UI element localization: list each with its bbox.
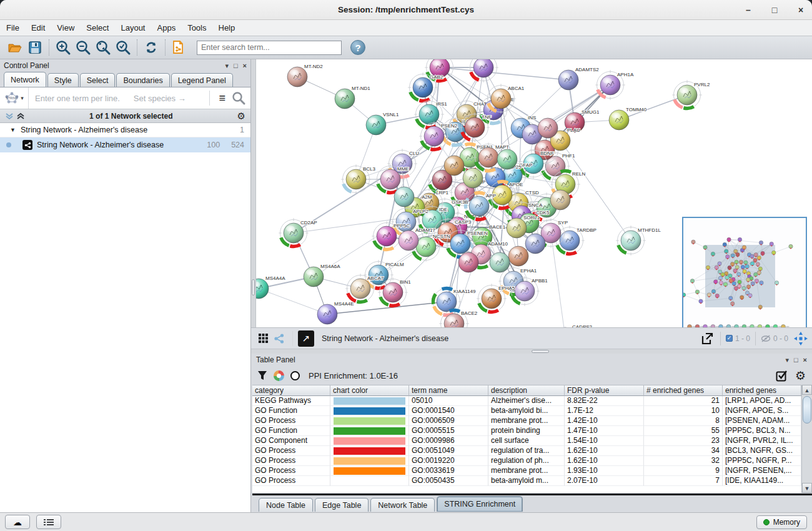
network-node[interactable]: VSNL1 [366,112,399,135]
birds-eye-view[interactable] [682,217,807,327]
save-session-button[interactable] [25,38,45,57]
table-row[interactable]: GO ProcessGO:0019220regulation of ph...1… [252,456,801,466]
close-button[interactable]: × [796,5,806,15]
panel-float-icon[interactable]: □ [794,356,798,364]
ring-chart-icon[interactable] [290,371,300,380]
horizontal-splitter[interactable] [251,349,812,354]
gear-icon[interactable]: ⚙ [795,370,806,382]
scroll-up-arrow[interactable]: ▲ [802,385,812,395]
network-node[interactable]: PVRL2 [672,80,710,110]
vertical-scrollbar[interactable]: ▲ ▼ [801,385,812,493]
expand-all-icon[interactable] [16,112,25,121]
table-row[interactable]: KEGG Pathways05010Alzheimer's dise...8.8… [252,396,801,406]
scrollbar-thumb[interactable] [803,396,811,424]
zoom-in-button[interactable] [53,38,73,57]
zoom-out-button[interactable] [73,38,93,57]
table-row[interactable]: GO ProcessGO:0006509membrane prot...1.42… [252,416,801,426]
panel-float-icon[interactable]: □ [234,62,238,69]
column-header-3[interactable]: description [488,385,565,396]
splitter-handle[interactable] [252,279,255,295]
panel-close-icon[interactable]: × [803,356,807,364]
table-row[interactable]: GO ProcessGO:0033619membrane prot...1.93… [252,466,801,476]
tab-style[interactable]: Style [47,73,79,87]
tab-edge-table[interactable]: Edge Table [315,498,369,512]
menu-item-layout[interactable]: Layout [121,23,145,32]
network-node[interactable]: APH1A [595,70,634,100]
export-view-button[interactable] [699,330,715,347]
menu-item-apps[interactable]: Apps [157,23,176,32]
string-search-button[interactable] [230,90,247,106]
task-history-button[interactable] [36,515,61,529]
maximize-button[interactable]: □ [770,5,780,15]
panel-close-icon[interactable]: × [243,62,247,69]
export-network-button[interactable] [169,38,189,57]
network-node[interactable]: EPHA5 [477,284,515,314]
tab-network-table[interactable]: Network Table [370,498,435,512]
network-node[interactable] [444,156,464,176]
panel-menu-icon[interactable]: ▾ [785,356,789,364]
table-row[interactable]: GO FunctionGO:0005515protein binding1.47… [252,426,801,436]
network-node[interactable]: BCL3 [341,164,376,194]
chart-icon[interactable] [274,370,284,381]
tab-string-enrichment[interactable]: STRING Enrichment [437,496,523,512]
network-node[interactable]: MT-ND1 [335,86,370,109]
column-header-4[interactable]: FDR p-value [565,385,644,396]
menu-item-tools[interactable]: Tools [187,23,206,32]
string-protein-query-button[interactable]: STRING ▾ [0,87,29,109]
column-header-1[interactable]: chart color [330,385,409,396]
network-node[interactable] [550,190,570,210]
network-node[interactable]: MS4A4E [317,301,354,324]
network-node[interactable]: TOMM40 [609,107,647,130]
tab-node-table[interactable]: Node Table [259,498,313,512]
tab-network[interactable]: Network [4,72,46,87]
table-row[interactable]: GO ProcessGO:0050435beta-amyloid m...2.0… [252,476,801,486]
network-node[interactable]: MT-ND2 [287,64,323,87]
network-node[interactable]: CD2AP [279,218,317,248]
string-options-button[interactable]: ≡ [214,92,230,105]
set-species-link[interactable]: Set species → [134,94,186,103]
network-node[interactable] [508,246,528,266]
network-node[interactable] [497,149,517,169]
tab-legend-panel[interactable]: Legend Panel [171,73,233,87]
menu-item-help[interactable]: Help [219,23,235,32]
network-view[interactable]: MT-ND2MT-ND1VSNL1CD2APMS4A6AMS4A4AMS4A4E… [251,59,812,327]
help-button[interactable]: ? [350,40,365,55]
filter-icon[interactable] [257,370,267,381]
collapse-all-icon[interactable] [5,112,14,121]
splitter-handle[interactable] [532,350,549,353]
gear-icon[interactable]: ⚙ [237,111,245,121]
cloud-tasks-button[interactable]: ☁ [5,515,30,529]
column-header-6[interactable]: enriched genes [723,385,801,396]
table-row[interactable]: GO ComponentGO:0009986cell surface1.54E-… [252,436,801,446]
grid-view-button[interactable] [255,330,271,347]
zoom-fit-button[interactable] [93,38,113,57]
menu-item-edit[interactable]: Edit [31,23,45,32]
tree-expander-icon[interactable]: ▼ [10,127,16,133]
minimize-button[interactable]: – [743,5,753,15]
network-node[interactable]: ADAMTS2 [558,67,599,90]
zoom-selected-button[interactable] [113,38,133,57]
column-header-2[interactable]: term name [409,385,488,396]
network-node[interactable] [525,234,545,254]
detach-view-button[interactable]: ↗ [298,330,314,347]
column-header-5[interactable]: # enriched genes [644,385,723,396]
network-node[interactable] [490,252,510,272]
menu-item-view[interactable]: View [57,23,74,32]
memory-button[interactable]: Memory [756,515,807,529]
navigator-compass-icon[interactable] [793,331,808,346]
network-node[interactable]: APBB2 [468,59,507,82]
refresh-button[interactable] [141,38,161,57]
network-node[interactable]: TARDBP [555,226,597,256]
select-rows-icon[interactable] [776,370,788,382]
network-node[interactable] [463,168,483,188]
table-row[interactable]: GO FunctionGO:0001540beta-amyloid bi...1… [252,406,801,416]
panel-menu-icon[interactable]: ▾ [225,62,229,70]
table-row[interactable]: GO ProcessGO:0051049regulation of tra...… [252,446,801,456]
open-file-button[interactable] [5,38,25,57]
network-node[interactable]: MTHFD1L [616,226,661,256]
column-header-0[interactable]: category [252,385,330,396]
network-row-selected[interactable]: String Network - Alzheimer's disease 100… [0,137,250,152]
string-query-placeholder[interactable]: Enter one term per line. [29,94,120,103]
menu-item-select[interactable]: Select [86,23,109,32]
network-node[interactable] [394,187,414,207]
